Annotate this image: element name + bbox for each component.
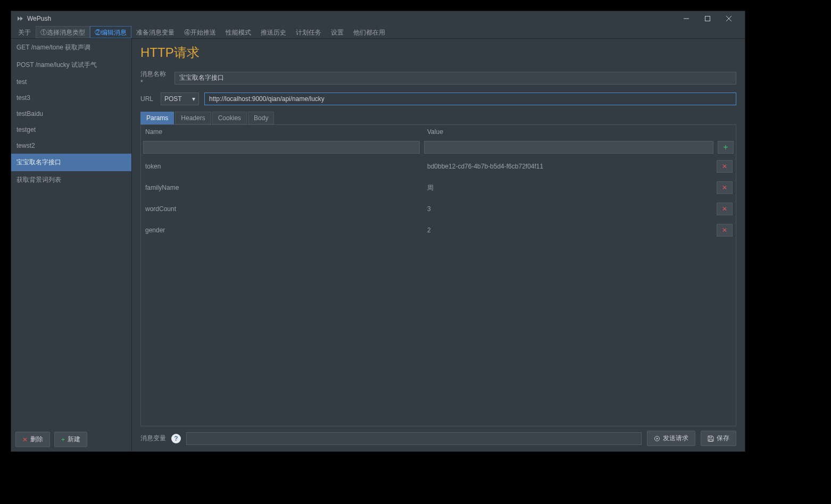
app-title: WePush	[27, 15, 51, 22]
msg-name-label: 消息名称 *	[140, 70, 169, 86]
param-row: tokenbd0bbe12-cd76-4b7b-b5d4-f6cb72f04f1…	[141, 156, 736, 177]
save-icon	[708, 435, 714, 442]
menu-item-3[interactable]: 准备消息变量	[131, 26, 179, 38]
method-value: POST	[164, 95, 182, 103]
close-button[interactable]	[718, 11, 739, 26]
tab-body[interactable]: Body	[248, 112, 274, 124]
param-name: wordCount	[143, 205, 425, 213]
plus-icon: +	[723, 142, 728, 152]
page-title: HTTP请求	[140, 44, 736, 61]
tab-cookies[interactable]: Cookies	[212, 112, 247, 124]
delete-param-button[interactable]: ✕	[717, 224, 733, 237]
send-icon	[654, 435, 660, 442]
close-icon: ✕	[722, 226, 727, 234]
app-icon	[16, 15, 24, 22]
sidebar-item-6[interactable]: tewst2	[11, 138, 131, 154]
menu-item-0[interactable]: 关于	[13, 26, 36, 38]
sidebar-item-0[interactable]: GET /name/tone 获取声调	[11, 39, 131, 56]
svg-rect-1	[705, 16, 710, 21]
send-request-button[interactable]: 发送请求	[647, 431, 695, 446]
delete-label: 删除	[30, 435, 43, 444]
sidebar-item-4[interactable]: testBaidu	[11, 106, 131, 122]
menu-item-9[interactable]: 他们都在用	[348, 26, 390, 38]
sidebar-item-7[interactable]: 宝宝取名字接口	[11, 154, 131, 171]
url-label: URL	[140, 95, 155, 103]
close-icon: ✕	[722, 184, 727, 191]
new-button[interactable]: + 新建	[54, 432, 87, 447]
close-icon: ✕	[722, 205, 727, 213]
sidebar-item-5[interactable]: testget	[11, 122, 131, 138]
help-icon[interactable]: ?	[171, 434, 181, 443]
delete-button[interactable]: ✕ 删除	[15, 432, 50, 447]
tab-headers[interactable]: Headers	[175, 112, 211, 124]
delete-param-button[interactable]: ✕	[717, 203, 733, 215]
tab-params[interactable]: Params	[140, 112, 174, 124]
delete-param-button[interactable]: ✕	[717, 181, 733, 194]
msg-var-input[interactable]	[186, 432, 642, 445]
minimize-button[interactable]	[676, 11, 697, 26]
method-select[interactable]: POST ▾	[161, 93, 199, 105]
param-name: token	[143, 163, 425, 170]
menu-item-1[interactable]: ①选择消息类型	[36, 26, 90, 38]
param-value: 周	[425, 183, 717, 192]
param-value: 3	[425, 205, 717, 213]
close-icon: ✕	[722, 163, 727, 170]
save-button[interactable]: 保存	[701, 431, 736, 446]
sidebar-item-1[interactable]: POST /name/lucky 试试手气	[11, 56, 131, 74]
param-name: familyName	[143, 184, 425, 191]
menu-item-6[interactable]: 推送历史	[256, 26, 291, 38]
menu-item-4[interactable]: ④开始推送	[179, 26, 221, 38]
footer-label: 消息变量	[140, 434, 166, 443]
delete-param-button[interactable]: ✕	[717, 160, 733, 173]
chevron-down-icon: ▾	[192, 95, 195, 103]
sidebar-item-3[interactable]: test3	[11, 90, 131, 106]
menu-item-2[interactable]: ②编辑消息	[90, 26, 131, 38]
param-value-input[interactable]	[424, 141, 713, 154]
menu-item-5[interactable]: 性能模式	[221, 26, 256, 38]
menu-item-7[interactable]: 计划任务	[291, 26, 326, 38]
close-icon: ✕	[22, 436, 28, 443]
sidebar-item-2[interactable]: test	[11, 74, 131, 90]
col-value-header: Value	[425, 128, 734, 136]
msg-name-input[interactable]	[174, 72, 736, 85]
new-label: 新建	[68, 435, 80, 444]
param-value: bd0bbe12-cd76-4b7b-b5d4-f6cb72f04f11	[425, 163, 717, 170]
url-input[interactable]	[204, 93, 736, 105]
plus-icon: +	[61, 436, 65, 443]
param-value: 2	[425, 226, 717, 234]
save-label: 保存	[717, 434, 729, 443]
col-name-header: Name	[143, 128, 425, 136]
param-row: wordCount3✕	[141, 198, 736, 220]
menu-item-8[interactable]: 设置	[326, 26, 348, 38]
param-row: familyName周✕	[141, 177, 736, 198]
param-name: gender	[143, 226, 425, 234]
param-name-input[interactable]	[143, 141, 420, 154]
maximize-button[interactable]	[697, 11, 718, 26]
sidebar-item-8[interactable]: 获取背景词列表	[11, 171, 131, 189]
send-label: 发送请求	[663, 434, 688, 443]
param-row: gender2✕	[141, 220, 736, 241]
add-param-button[interactable]: +	[718, 141, 734, 154]
